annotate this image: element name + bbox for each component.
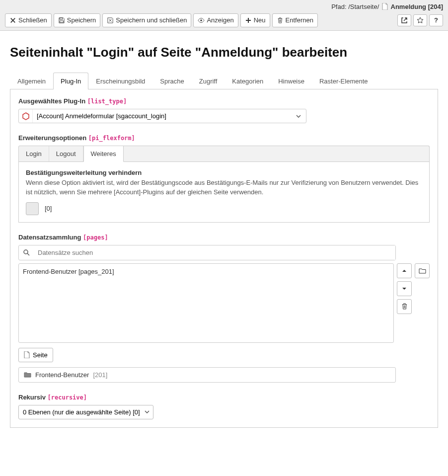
subtab-weiteres[interactable]: Weiteres [83,146,124,162]
prevent-redirect-checkbox[interactable] [26,202,39,215]
page-icon [24,351,30,358]
page-title: Seiteninhalt "Login" auf Seite "Anmeldun… [10,45,438,60]
help-icon: ? [433,17,440,24]
breadcrumb-current: Anmeldung [391,3,427,10]
tab-allgemein[interactable]: Allgemein [10,73,53,89]
folder-icon [24,372,31,378]
help-button[interactable]: ? [429,14,443,26]
save-button[interactable]: Speichern [54,13,101,27]
tab-raster[interactable]: Raster-Elemente [312,73,375,89]
pages-listbox[interactable]: Frontend-Benutzer [pages_201] [18,263,394,343]
page-icon [382,3,388,10]
flex-label: Erweiterungsoptionen [pi_flexform] [18,134,430,142]
plugin-icon [19,109,33,123]
svg-point-4 [24,250,28,254]
svg-rect-0 [60,18,62,19]
plus-icon [245,17,252,24]
pages-search[interactable] [18,245,396,260]
subtab-logout[interactable]: Logout [49,146,83,161]
breadcrumb-root[interactable]: /Startseite/ [348,3,379,10]
toolbar: Schließen Speichern Speichern und schlie… [5,13,443,27]
svg-marker-3 [23,113,29,120]
flex-subtabs: Login Logout Weiteres [18,146,430,161]
arrow-up-icon [402,269,407,272]
pages-search-input[interactable] [34,245,395,260]
delete-button[interactable]: Entfernen [272,13,318,27]
breadcrumb-id: [204] [428,3,443,10]
tab-zugriff[interactable]: Zugriff [192,73,225,89]
star-icon [417,17,424,24]
breadcrumb-prefix: Pfad: [331,3,346,10]
trash-icon [401,303,408,310]
remove-item-button[interactable] [397,299,412,314]
search-icon [19,245,34,260]
svg-rect-1 [60,21,63,22]
save-close-icon [107,17,114,24]
tab-sprache[interactable]: Sprache [152,73,191,89]
share-button[interactable] [397,14,411,26]
close-icon [9,17,16,24]
option-title: Bestätigungsweiterleitung verhindern [26,169,422,176]
move-down-button[interactable] [397,281,412,296]
bookmark-button[interactable] [413,14,427,26]
pages-label: Datensatzsammlung [pages] [18,234,430,241]
record-name: Frontend-Benutzer [35,371,89,379]
svg-point-2 [201,19,203,21]
tab-hinweise[interactable]: Hinweise [271,73,312,89]
list-item[interactable]: Frontend-Benutzer [pages_201] [23,267,389,276]
plugin-select[interactable]: [Account] Anmeldeformular [sgaccount_log… [18,109,306,123]
arrow-down-icon [402,287,407,290]
breadcrumb: Pfad: /Startseite/ Anmeldung [204] [5,3,443,10]
recursive-label: Rekursiv [recursive] [18,394,430,401]
new-button[interactable]: Neu [240,13,270,27]
subtab-login[interactable]: Login [19,146,49,161]
plugin-select-input[interactable]: [Account] Anmeldeformular [sgaccount_log… [33,109,291,123]
save-icon [58,17,65,24]
move-up-button[interactable] [397,263,412,278]
tab-plugin[interactable]: Plug-In [53,73,88,89]
save-close-button[interactable]: Speichern und schließen [102,13,191,27]
record-id: [201] [93,371,107,379]
show-button[interactable]: Anzeigen [193,13,238,27]
checkbox-value-label: [0] [45,205,52,212]
folder-icon [419,268,426,274]
selected-record: Frontend-Benutzer [201] [18,367,396,383]
eye-icon [198,17,205,24]
tab-erscheinungsbild[interactable]: Erscheinungsbild [88,73,152,89]
page-type-button[interactable]: Seite [18,348,53,362]
external-link-icon [401,17,408,24]
plugin-label: Ausgewähltes Plug-In [list_type] [18,97,430,105]
option-desc: Wenn diese Option aktiviert ist, wird de… [26,178,422,197]
close-button[interactable]: Schließen [5,13,52,27]
chevron-down-icon [291,109,306,123]
main-tabs: Allgemein Plug-In Erscheinungsbild Sprac… [10,72,438,89]
browse-button[interactable] [415,263,430,278]
tab-kategorien[interactable]: Kategorien [224,73,271,89]
trash-icon [277,17,284,24]
recursive-select[interactable]: 0 Ebenen (nur die ausgewählte Seite) [0] [18,405,153,419]
